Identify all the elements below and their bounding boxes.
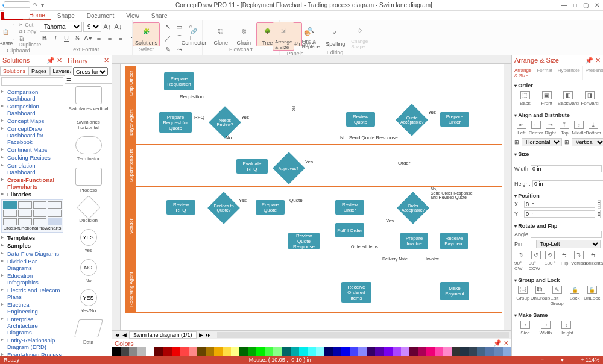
- color-swatch[interactable]: [367, 347, 375, 356]
- library-shape[interactable]: YESYes: [68, 229, 109, 253]
- font-grow-icon[interactable]: A↑: [103, 22, 112, 31]
- rotate-cw[interactable]: ↻90° CW: [514, 251, 529, 271]
- color-swatch[interactable]: [409, 347, 418, 356]
- node-needs-review[interactable]: Needs Review?: [213, 118, 236, 127]
- color-swatch[interactable]: [273, 347, 282, 356]
- align-right[interactable]: ⇥Right: [543, 121, 558, 136]
- drawing-canvas[interactable]: Ship Officer Prepare Requisition Requisi…: [121, 64, 504, 330]
- same-size[interactable]: ▫Size: [518, 321, 532, 336]
- clone-button[interactable]: ⿻Clone: [210, 23, 231, 46]
- page-nav-prev[interactable]: ◀: [122, 332, 127, 338]
- right-tab-presentation[interactable]: Presentation: [583, 66, 603, 80]
- node-review-quote-response[interactable]: Review Quote Response: [288, 233, 320, 249]
- font-size-select[interactable]: 9: [83, 22, 101, 32]
- menu-document[interactable]: Document: [81, 12, 121, 20]
- color-swatch[interactable]: [129, 347, 137, 356]
- color-swatch[interactable]: [350, 347, 358, 356]
- maximize-icon[interactable]: ▢: [583, 2, 589, 8]
- pin-select[interactable]: Top-Left: [536, 240, 601, 248]
- color-swatch[interactable]: [358, 347, 367, 356]
- change-shape-button[interactable]: ◇Change Shape: [349, 22, 370, 49]
- bold-icon[interactable]: B: [40, 33, 49, 43]
- solutions-tab[interactable]: Solutions: [0, 66, 28, 75]
- qat-down-icon[interactable]: ▾: [41, 2, 44, 8]
- order-front[interactable]: ▣Front: [540, 91, 554, 106]
- color-swatch[interactable]: [256, 347, 265, 356]
- flip[interactable]: ⇋Flip: [557, 251, 572, 271]
- align-center-icon[interactable]: ≡: [105, 33, 115, 43]
- node-receive-items[interactable]: Receive Ordered Items: [341, 282, 371, 303]
- node-review-rfq[interactable]: Review RFQ: [166, 200, 195, 215]
- library-shape[interactable]: Swimlanes horizontal: [68, 118, 109, 130]
- pointer-tool-icon[interactable]: ↖: [163, 22, 172, 31]
- underline-icon[interactable]: U: [62, 33, 71, 43]
- color-swatch[interactable]: [469, 347, 477, 356]
- align-center[interactable]: ↔Center: [529, 121, 543, 136]
- color-swatch[interactable]: [137, 347, 146, 356]
- library-shape[interactable]: Swimlanes vertical: [68, 86, 109, 111]
- page-nav-last[interactable]: ⏭: [206, 332, 211, 338]
- library-close-icon[interactable]: ✕: [104, 57, 109, 64]
- menu-shape[interactable]: Shape: [51, 12, 81, 20]
- horizontal-scrollbar[interactable]: [217, 332, 509, 338]
- solutions-button[interactable]: 🧩Solutions: [133, 22, 160, 46]
- library-shape[interactable]: Data: [68, 319, 109, 345]
- height-input[interactable]: [532, 180, 603, 187]
- spelling-button[interactable]: ✔Spelling: [324, 24, 347, 47]
- color-swatch[interactable]: [485, 347, 494, 356]
- color-swatch[interactable]: [239, 347, 248, 356]
- page-nav-next[interactable]: ▶: [199, 332, 203, 338]
- rotate-ccw[interactable]: ↺90° CCW: [529, 251, 543, 271]
- flip-horizontal[interactable]: ⇆Horizontal: [586, 251, 601, 271]
- node-prepare-rfq[interactable]: Prepare Request for Quote: [159, 112, 192, 133]
- color-swatch[interactable]: [316, 347, 324, 356]
- align-bottom[interactable]: ⤓Bottom: [586, 121, 601, 136]
- color-swatch[interactable]: [146, 347, 154, 356]
- color-swatch[interactable]: [299, 347, 308, 356]
- page-tab[interactable]: Swim lane diagram (1/1): [129, 331, 197, 339]
- color-palette[interactable]: [112, 347, 511, 356]
- color-swatch[interactable]: [189, 347, 197, 356]
- panel-pin-icon[interactable]: 📌 ✕: [46, 57, 62, 64]
- lock-btn[interactable]: 🔒Lock: [567, 286, 582, 306]
- pages-tab[interactable]: Pages: [28, 66, 50, 75]
- color-swatch[interactable]: [494, 347, 503, 356]
- zoom-in[interactable]: +: [581, 357, 584, 363]
- find-replace-button[interactable]: 🔍Find & Replace: [300, 22, 321, 49]
- color-swatch[interactable]: [393, 347, 401, 356]
- font-color-icon[interactable]: A▾: [83, 33, 93, 43]
- color-swatch[interactable]: [375, 347, 384, 356]
- color-swatch[interactable]: [248, 347, 256, 356]
- node-review-order[interactable]: Review Order: [335, 200, 364, 215]
- color-swatch[interactable]: [324, 347, 333, 356]
- order-forward[interactable]: ◨Forward: [582, 91, 597, 106]
- align-left[interactable]: ⇤Left: [514, 121, 529, 136]
- color-swatch[interactable]: [341, 347, 350, 356]
- color-swatch[interactable]: [112, 347, 121, 356]
- align-right-icon[interactable]: ≡: [116, 33, 125, 43]
- restore-icon[interactable]: □: [573, 2, 577, 8]
- strike-icon[interactable]: S̶: [72, 33, 82, 43]
- paste-button[interactable]: 📋Paste: [0, 24, 16, 46]
- library-thumbnails[interactable]: Cross-functional flowcharts: [1, 199, 63, 233]
- same-height[interactable]: ↕Height: [559, 321, 573, 336]
- color-swatch[interactable]: [282, 347, 291, 356]
- right-tab-format[interactable]: Format: [534, 66, 555, 80]
- color-swatch[interactable]: [460, 347, 469, 356]
- library-dropdown[interactable]: Cross-funct...: [73, 67, 108, 76]
- color-swatch[interactable]: [308, 347, 316, 356]
- connector-button[interactable]: 🔗Connector: [180, 23, 209, 46]
- menu-share[interactable]: Share: [145, 12, 174, 20]
- right-tab-arrange[interactable]: Arrange & Size: [512, 66, 534, 80]
- node-make-payment[interactable]: Make Payment: [440, 282, 469, 300]
- right-close-icon[interactable]: 📌 ✕: [585, 57, 601, 64]
- solutions-tree[interactable]: Comparison Dashboard Composition Dashboa…: [0, 87, 65, 356]
- italic-icon[interactable]: I: [51, 33, 60, 43]
- page-nav-first[interactable]: ⏮: [115, 332, 120, 338]
- node-order-acceptable[interactable]: Order Acceptable?: [402, 204, 425, 212]
- node-fulfill-order[interactable]: Fulfill Order: [335, 223, 364, 237]
- library-shape[interactable]: YESYes/No: [68, 289, 109, 313]
- align-middle[interactable]: ↕Middle: [572, 121, 586, 136]
- distribute-v-select[interactable]: Vertical: [572, 138, 603, 146]
- order-backward[interactable]: ◧Backward: [561, 91, 575, 106]
